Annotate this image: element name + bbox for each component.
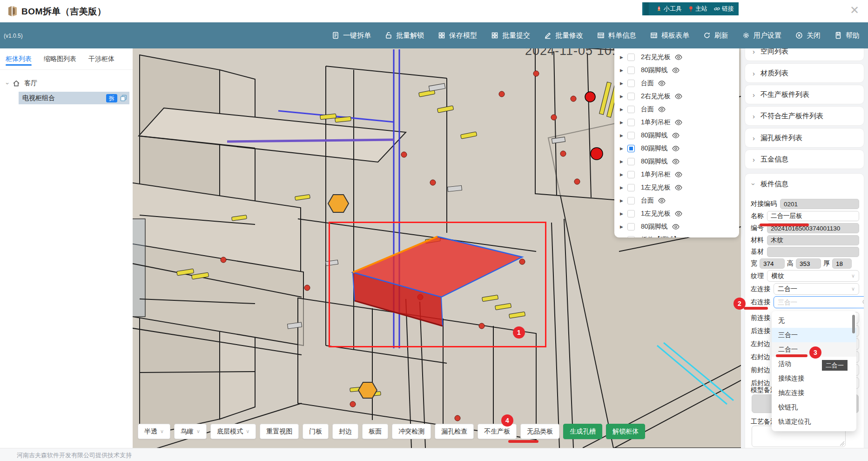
layer-checkbox[interactable] [627,171,635,178]
help-button[interactable]: 帮助 [834,31,860,40]
view-toolbar-button[interactable]: 漏孔检查 ∨ [435,424,474,439]
eye-icon[interactable] [675,184,682,191]
thickness-field[interactable] [832,258,852,269]
dropdown-option[interactable]: 接续连接 [772,371,856,386]
layer-row[interactable]: ▶ 80踢脚线 [614,155,739,168]
expand-caret-icon[interactable]: ▶ [620,198,627,203]
dropdown-option[interactable]: 无 [772,313,856,328]
expand-caret-icon[interactable]: ▶ [620,68,627,73]
layer-checkbox[interactable] [627,210,635,217]
expand-caret-icon[interactable]: ▶ [620,133,627,138]
accordion-section[interactable]: › 五金信息 [745,149,864,169]
layer-row[interactable]: ▶ 80踢脚线 [614,220,739,233]
eye-icon[interactable] [675,210,682,217]
layer-checkbox[interactable] [627,119,635,126]
eye-icon[interactable] [658,80,666,87]
view-toolbar-button[interactable]: 封边 ∨ [332,424,358,439]
accordion-section[interactable]: › 漏孔板件列表 [745,128,864,148]
batch-unlock-button[interactable]: 批量解锁 [385,31,424,40]
expand-caret-icon[interactable]: ▶ [620,120,627,125]
material-field[interactable] [767,235,859,245]
view-toolbar-button[interactable]: 重置视图 ∨ [260,424,299,439]
accordion-section[interactable]: › 空间列表 [745,48,864,61]
layer-checkbox[interactable] [627,223,635,230]
width-field[interactable] [760,258,785,269]
layer-checkbox[interactable] [627,67,635,74]
accordion-section[interactable]: › 不符合生产板件列表 [745,106,864,126]
template-form-button[interactable]: 模板表单 [650,31,689,40]
dropdown-option[interactable]: 轨道定位孔 [772,414,856,429]
user-settings-button[interactable]: 用户设置 [742,31,781,40]
layer-row[interactable]: ▶ 1单列吊柜 [614,116,739,129]
eye-icon[interactable] [672,67,680,74]
view-toolbar-button[interactable]: 板面 ∨ [362,424,388,439]
dropdown-option[interactable]: 铰链孔 [772,400,856,414]
close-app-button[interactable]: 关闭 [795,31,821,40]
batch-submit-button[interactable]: 批量提交 [491,31,530,40]
height-field[interactable] [796,258,821,269]
view-toolbar-button[interactable]: 鸟瞰 ∨ [174,424,207,439]
batch-edit-button[interactable]: 批量修改 [544,31,583,40]
expand-caret-icon[interactable]: ▶ [620,159,627,164]
expand-caret-icon[interactable]: ▶ [620,94,627,99]
expand-caret-icon[interactable]: ▶ [620,224,627,229]
tree-group-living-room[interactable]: › 客厅 [7,79,133,88]
layer-checkbox[interactable] [627,184,635,191]
name-field[interactable] [767,211,859,221]
layer-row[interactable]: ▶ 板件【调试】 [614,233,739,237]
view-toolbar-button[interactable]: 解锁柜体 ∨ [606,424,645,439]
eye-icon[interactable] [672,132,680,139]
eye-icon[interactable] [658,197,666,204]
view-toolbar-button[interactable]: 生成孔槽 ∨ [563,424,602,439]
layer-checkbox[interactable] [627,132,635,139]
expand-caret-icon[interactable]: ▶ [620,185,627,190]
quickbar-link[interactable]: 链接 [714,5,734,13]
layer-checkbox[interactable] [627,158,635,165]
layer-checkbox[interactable] [627,197,635,204]
serial-field[interactable] [767,223,859,233]
right-connection-search-input[interactable] [778,298,862,306]
layer-row[interactable]: ▶ 80踢脚线 [614,129,739,142]
close-icon[interactable]: ✕ [847,4,862,17]
accordion-section[interactable]: › 材质列表 [745,63,864,83]
layer-checkbox[interactable] [627,145,635,152]
sidebar-tab[interactable]: 柜体列表 [6,48,32,69]
material-list-button[interactable]: 料单信息 [597,31,636,40]
dropdown-option[interactable]: 抽左连接 [772,386,856,400]
expand-caret-icon[interactable]: ▶ [620,172,627,177]
layer-checkbox[interactable] [627,93,635,100]
eye-icon[interactable] [675,54,682,61]
view-toolbar-button[interactable]: 门板 ∨ [303,424,329,439]
layer-row[interactable]: ▶ 1左见光板 [614,181,739,194]
expand-caret-icon[interactable]: ▶ [620,211,627,216]
dropdown-option[interactable]: 三合一 [772,328,856,342]
one-key-split-button[interactable]: 一键拆单 [332,31,371,40]
expand-caret-icon[interactable]: ▶ [620,55,627,60]
layer-row[interactable]: ▶ 台面 [614,194,739,207]
quickbar-main-site[interactable]: 主站 [688,5,707,13]
layer-row[interactable]: ▶ 台面 [614,103,739,116]
accordion-section[interactable]: › 不生产板件列表 [745,85,864,104]
eye-icon[interactable] [675,119,682,126]
board-info-header[interactable]: › 板件信息 [745,174,864,194]
eye-icon[interactable] [658,106,666,113]
view-toolbar-button[interactable]: 无品类板 ∨ [520,424,559,439]
view-toolbar-button[interactable]: 底层模式 ∨ [210,424,256,439]
substrate-field[interactable] [767,247,859,257]
layer-row[interactable]: ▶ 80踢脚线 [614,64,739,77]
copy-icon[interactable] [120,95,127,102]
layer-checkbox[interactable] [627,106,635,113]
sidebar-tab[interactable]: 干涉柜体 [88,48,114,69]
view-toolbar-button[interactable]: 半透 ∨ [138,424,170,439]
eye-icon[interactable] [675,171,682,178]
layer-row[interactable]: ▶ 1单列吊柜 [614,168,739,181]
layer-checkbox[interactable] [627,80,635,87]
eye-icon[interactable] [672,223,680,230]
chevron-down-icon[interactable]: › [4,82,11,84]
layer-row[interactable]: ▶ 1左见光板 [614,207,739,220]
layer-row[interactable]: ▶ 2右见光板 [614,90,739,103]
expand-caret-icon[interactable]: ▶ [620,107,627,112]
grain-select[interactable]: 横纹∨ [767,270,859,282]
expand-caret-icon[interactable]: ▶ [620,146,627,151]
layer-row[interactable]: ▶ 2右见光板 [614,51,739,64]
